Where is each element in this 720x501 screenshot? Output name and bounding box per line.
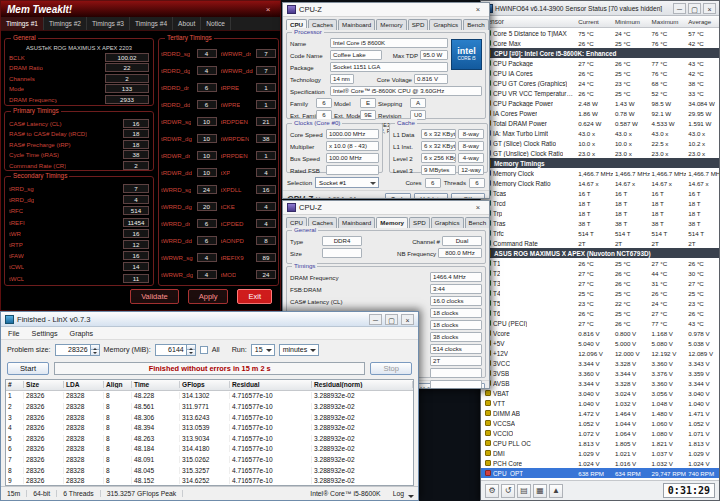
sensor-row[interactable]: CPU IA Cores26 °C25 °C76 °C42 °C xyxy=(481,68,719,78)
problem-size-value[interactable]: 28326 xyxy=(55,344,91,356)
tab-mainboard[interactable]: Mainboard xyxy=(338,217,375,228)
spinner-arrows[interactable] xyxy=(91,344,100,356)
sensor-row[interactable]: VTT1.040 V1.032 V1.048 V1.040 V xyxy=(481,398,719,408)
spinner-arrows[interactable] xyxy=(187,344,196,356)
sensor-row[interactable]: Trp18 T18 T18 T18 T xyxy=(481,208,719,218)
run-unit-dropdown[interactable]: minutes xyxy=(279,344,320,356)
sensor-row[interactable]: +12V12.096 V12.000 V12.192 V12.089 V xyxy=(481,348,719,358)
sensor-row[interactable]: T626 °C25 °C27 °C26 °C xyxy=(481,308,719,318)
settings-icon-button[interactable]: ⚙ xyxy=(485,484,499,498)
tab-graphics[interactable]: Graphics xyxy=(431,217,464,228)
sensor-row[interactable]: Vcore0.816 V0.800 V1.168 V0.978 V xyxy=(481,328,719,338)
tab-spd[interactable]: SPD xyxy=(409,217,430,228)
sensor-row[interactable]: T327 °C26 °C31 °C27 °C xyxy=(481,278,719,288)
cpuz-titlebar[interactable]: CPU-Z × xyxy=(283,3,489,17)
sensor-row[interactable]: Memory Clock Ratio14.67 x14.67 x14.67 x1… xyxy=(481,178,719,188)
problem-size-stepper[interactable]: 28326 xyxy=(55,344,100,356)
maximize-icon[interactable]: ▢ xyxy=(688,3,701,14)
sensor-row[interactable]: AVSB3.344 V3.328 V3.360 V3.344 V xyxy=(481,378,719,388)
column-header-maximum[interactable]: Maximum xyxy=(650,18,687,25)
stop-button[interactable]: Stop xyxy=(370,362,412,375)
hwinfo-titlebar[interactable]: HWiNFO64 v6.14-3900 Sensor Status [70 va… xyxy=(481,1,719,16)
tab-bench[interactable]: Bench xyxy=(465,217,490,228)
minimize-icon[interactable]: ─ xyxy=(369,314,382,325)
tab-timings-4[interactable]: Timings #4 xyxy=(130,17,173,30)
apply-button[interactable]: Apply xyxy=(188,289,229,304)
sensor-row[interactable]: Trfc514 T514 T514 T514 T xyxy=(481,228,719,238)
menu-settings[interactable]: Settings xyxy=(32,329,58,338)
spin-down-icon[interactable] xyxy=(187,350,195,355)
sensor-row[interactable]: GT (Unslice) Clock Ratio23.0 x23.0 x23.0… xyxy=(481,148,719,158)
tab-about[interactable]: About xyxy=(173,17,201,30)
cpuz-titlebar[interactable]: CPU-Z × xyxy=(283,201,489,215)
column-header-sensor[interactable]: Sensor xyxy=(481,18,576,25)
sensor-row[interactable]: CPU Package27 °C26 °C77 °C43 °C xyxy=(481,58,719,68)
sensor-row[interactable]: IA Cores Power1.86 W0.78 W92.1 W29.95 W xyxy=(481,108,719,118)
close-icon[interactable]: × xyxy=(471,5,485,14)
start-button[interactable]: Start xyxy=(7,362,49,375)
tab-memory[interactable]: Memory xyxy=(376,217,408,228)
sensor-row[interactable]: GT (Slice) Clock Ratio10.0 x10.0 x22.5 x… xyxy=(481,138,719,148)
sensor-row[interactable]: 3VSB3.360 V3.344 V3.376 V3.359 V xyxy=(481,368,719,378)
sensor-row[interactable]: Total DRAM Power0.624 W0.587 W4.533 W1.5… xyxy=(481,118,719,128)
sensor-row[interactable]: IA: Max Turbo Limit43.0 x43.0 x43.0 x43.… xyxy=(481,128,719,138)
sensor-row[interactable]: CPU (PECI)27 °C26 °C77 °C43 °C xyxy=(481,318,719,328)
sensor-row[interactable]: CPU_OPT638 RPM634 RPM29,747 RPM740 RPM xyxy=(481,468,719,478)
column-header-current[interactable]: Current xyxy=(576,18,613,25)
sensor-row[interactable]: T425 °C25 °C26 °C25 °C xyxy=(481,288,719,298)
tab-notice[interactable]: Notice xyxy=(201,17,231,30)
column-header-average[interactable]: Average xyxy=(686,18,719,25)
close-icon[interactable]: × xyxy=(401,314,414,325)
sensor-row[interactable]: CPU VR VCC Temperature (SVID)26 °C25 °C5… xyxy=(481,88,719,98)
validate-button[interactable]: Validate xyxy=(130,289,179,304)
sensor-row[interactable]: VCCSA1.052 V1.044 V1.060 V1.052 V xyxy=(481,418,719,428)
socket-selector[interactable]: Socket #1 xyxy=(315,177,379,188)
sensor-row[interactable]: T523 °C22 °C24 °C23 °C xyxy=(481,298,719,308)
all-memory-checkbox[interactable] xyxy=(200,346,208,354)
sensor-row[interactable]: Command Rate2T2T2T2T xyxy=(481,238,719,248)
minimize-icon[interactable]: ─ xyxy=(673,3,686,14)
exit-button[interactable]: Exit xyxy=(237,289,272,304)
report-icon-button[interactable]: ▦ xyxy=(533,484,547,498)
sensor-row[interactable]: PCH Core1.024 V1.016 V1.032 V1.024 V xyxy=(481,458,719,468)
sensor-row[interactable]: Memory Clock1,466.7 MHz1,466.7 MHz1,466.… xyxy=(481,168,719,178)
logging-icon-button[interactable]: ▤ xyxy=(517,484,531,498)
menu-file[interactable]: File xyxy=(8,329,20,338)
linx-titlebar[interactable]: Finished - LinX v0.7.3 ─ ▢ × xyxy=(1,312,418,327)
sensor-row[interactable]: DIMM AB1.472 V1.464 V1.480 V1.471 V xyxy=(481,408,719,418)
close-icon[interactable]: × xyxy=(703,3,716,14)
memory-value[interactable]: 6144 xyxy=(155,344,187,356)
sensor-row[interactable]: CPU Package Power2.48 W1.43 W98.5 W34.08… xyxy=(481,98,719,108)
sensor-row[interactable]: Core 5 Distance to TjMAX75 °C24 °C76 °C5… xyxy=(481,28,719,38)
memtweakit-titlebar[interactable]: Mem TweakIt! × xyxy=(1,1,280,17)
ok-button[interactable]: OK xyxy=(451,193,485,199)
sensor-row[interactable]: VCCIO1.072 V1.064 V1.080 V1.071 V xyxy=(481,428,719,438)
close-icon[interactable]: × xyxy=(471,203,485,212)
alert-icon-button[interactable]: ▲ xyxy=(549,484,563,498)
close-icon[interactable]: × xyxy=(262,5,274,14)
spin-down-icon[interactable] xyxy=(91,350,99,355)
sensor-row[interactable]: DMI1.029 V1.021 V1.037 V1.029 V xyxy=(481,448,719,458)
run-count-dropdown[interactable]: 15 xyxy=(251,344,275,356)
sensor-row[interactable]: Tcas16 T16 T16 T16 T xyxy=(481,188,719,198)
memory-stepper[interactable]: 6144 xyxy=(155,344,196,356)
sensor-row[interactable]: CPU GT Cores (Graphics)24 °C23 °C68 °C38… xyxy=(481,78,719,88)
tools-button[interactable]: Tools xyxy=(385,193,411,199)
sensor-row[interactable]: VBAT3.040 V3.024 V3.056 V3.040 V xyxy=(481,388,719,398)
tab-graphics[interactable]: Graphics xyxy=(429,19,462,30)
sensor-row[interactable]: T227 °C26 °C44 °C30 °C xyxy=(481,268,719,278)
tab-timings-1[interactable]: Timings #1 xyxy=(1,17,44,30)
column-header-minimum[interactable]: Minimum xyxy=(613,18,650,25)
sensor-row[interactable]: CPU PLL OC1.813 V1.805 V1.821 V1.813 V xyxy=(481,438,719,448)
tab-timings-3[interactable]: Timings #3 xyxy=(87,17,130,30)
sensor-row[interactable]: 3VCC3.344 V3.328 V3.360 V3.343 V xyxy=(481,358,719,368)
tab-mainboard[interactable]: Mainboard xyxy=(338,19,375,30)
sensor-row[interactable]: Tras38 T38 T38 T38 T xyxy=(481,218,719,228)
sensor-row[interactable]: +5V5.040 V5.000 V5.080 V5.038 V xyxy=(481,338,719,348)
tab-memory[interactable]: Memory xyxy=(376,19,406,30)
sensor-row[interactable]: Core Max26 °C25 °C76 °C42 °C xyxy=(481,38,719,48)
log-dropdown[interactable]: Log xyxy=(387,490,418,497)
tab-spd[interactable]: SPD xyxy=(408,19,429,30)
validate-button[interactable]: Validate xyxy=(414,193,448,199)
sensor-row[interactable]: Trcd18 T18 T18 T18 T xyxy=(481,198,719,208)
